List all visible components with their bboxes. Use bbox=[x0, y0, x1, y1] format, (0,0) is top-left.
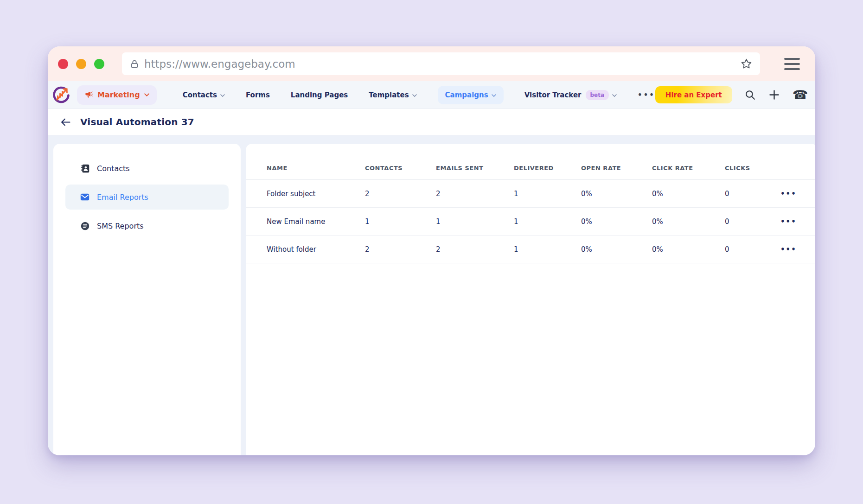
row-actions-menu-icon[interactable]: ••• bbox=[780, 217, 797, 226]
column-header-delivered: DELIVERED bbox=[514, 165, 581, 172]
page-header: Visual Automation 37 bbox=[48, 109, 815, 135]
address-book-icon bbox=[80, 164, 90, 173]
phone-call-icon[interactable]: ☎ bbox=[793, 89, 808, 101]
nav-item-label: Templates bbox=[369, 91, 409, 99]
maximize-window-button[interactable] bbox=[94, 59, 104, 69]
browser-chrome-bar: https://www.engagebay.com bbox=[48, 46, 815, 81]
nav-item-label: Forms bbox=[246, 91, 270, 99]
nav-item-visitor-tracker[interactable]: Visitor Tracker beta bbox=[524, 90, 617, 100]
sidebar-item-label: SMS Reports bbox=[97, 222, 144, 230]
nav-item-forms[interactable]: Forms bbox=[246, 91, 270, 99]
cell-open-rate: 0% bbox=[581, 190, 652, 198]
chevron-down-icon bbox=[492, 94, 496, 97]
address-bar[interactable]: https://www.engagebay.com bbox=[122, 52, 760, 75]
cell-clicks: 0 bbox=[725, 245, 780, 254]
table-row[interactable]: New Email name 1 1 1 0% 0% 0 ••• bbox=[246, 208, 815, 236]
page-title: Visual Automation 37 bbox=[80, 116, 194, 128]
column-header-clicks: CLICKS bbox=[725, 165, 780, 172]
window-controls bbox=[58, 59, 104, 69]
cell-delivered: 1 bbox=[514, 190, 581, 198]
row-actions-menu-icon[interactable]: ••• bbox=[780, 245, 797, 254]
cell-emails-sent: 1 bbox=[436, 217, 514, 226]
sidebar-item-contacts[interactable]: Contacts bbox=[65, 156, 229, 181]
nav-item-label: Visitor Tracker bbox=[524, 91, 582, 99]
email-reports-panel: NAME CONTACTS EMAILS SENT DELIVERED OPEN… bbox=[246, 144, 815, 455]
cell-clicks: 0 bbox=[725, 190, 780, 198]
back-arrow-icon[interactable] bbox=[59, 116, 72, 128]
cell-delivered: 1 bbox=[514, 245, 581, 254]
nav-item-contacts[interactable]: Contacts bbox=[183, 91, 225, 99]
megaphone-icon bbox=[84, 90, 93, 99]
reports-sidebar: Contacts Email Reports bbox=[53, 144, 241, 455]
column-header-open-rate: OPEN RATE bbox=[581, 165, 652, 172]
cell-click-rate: 0% bbox=[652, 190, 725, 198]
sidebar-item-sms-reports[interactable]: SMS Reports bbox=[65, 213, 229, 238]
url-text: https://www.engagebay.com bbox=[144, 58, 735, 70]
table-header-row: NAME CONTACTS EMAILS SENT DELIVERED OPEN… bbox=[246, 157, 815, 180]
lock-icon bbox=[129, 59, 140, 69]
cell-delivered: 1 bbox=[514, 217, 581, 226]
hire-an-expert-button[interactable]: Hire an Expert bbox=[655, 86, 732, 103]
nav-item-label: Landing Pages bbox=[291, 91, 348, 99]
beta-badge: beta bbox=[586, 90, 609, 100]
marketing-label: Marketing bbox=[97, 90, 140, 99]
bookmark-star-icon[interactable] bbox=[740, 57, 753, 70]
cell-emails-sent: 2 bbox=[436, 245, 514, 254]
chevron-down-icon bbox=[220, 94, 225, 97]
cell-emails-sent: 2 bbox=[436, 190, 514, 198]
nav-item-templates[interactable]: Templates bbox=[369, 91, 416, 99]
cell-name: Folder subject bbox=[267, 190, 365, 198]
envelope-icon bbox=[80, 192, 90, 202]
cell-clicks: 0 bbox=[725, 217, 780, 226]
cell-contacts: 1 bbox=[365, 217, 436, 226]
nav-item-label: Contacts bbox=[183, 91, 217, 99]
browser-menu-icon[interactable] bbox=[784, 58, 800, 70]
chevron-down-icon bbox=[412, 94, 417, 97]
cell-name: New Email name bbox=[267, 217, 365, 226]
column-header-emails-sent: EMAILS SENT bbox=[436, 165, 514, 172]
close-window-button[interactable] bbox=[58, 59, 68, 69]
cell-click-rate: 0% bbox=[652, 217, 725, 226]
cell-open-rate: 0% bbox=[581, 217, 652, 226]
sidebar-item-label: Email Reports bbox=[97, 193, 148, 202]
engagebay-logo-icon[interactable] bbox=[52, 86, 70, 104]
sidebar-item-label: Contacts bbox=[97, 164, 130, 173]
cell-click-rate: 0% bbox=[652, 245, 725, 254]
sidebar-item-email-reports[interactable]: Email Reports bbox=[65, 185, 229, 210]
cell-open-rate: 0% bbox=[581, 245, 652, 254]
nav-item-campaigns[interactable]: Campaigns bbox=[438, 86, 504, 104]
nav-item-label: Campaigns bbox=[445, 91, 488, 99]
browser-window: https://www.engagebay.com bbox=[48, 46, 815, 455]
chevron-down-icon bbox=[144, 93, 149, 96]
column-header-click-rate: CLICK RATE bbox=[652, 165, 725, 172]
sms-report-icon bbox=[80, 221, 90, 231]
search-icon[interactable] bbox=[744, 89, 756, 101]
add-new-icon[interactable] bbox=[768, 89, 780, 101]
column-header-contacts: CONTACTS bbox=[365, 165, 436, 172]
marketing-module-menu[interactable]: Marketing bbox=[77, 85, 157, 105]
chevron-down-icon bbox=[612, 94, 617, 97]
table-row[interactable]: Without folder 2 2 1 0% 0% 0 ••• bbox=[246, 236, 815, 263]
column-header-name: NAME bbox=[267, 165, 365, 172]
more-menu-button[interactable]: ••• bbox=[638, 91, 655, 99]
minimize-window-button[interactable] bbox=[76, 59, 86, 69]
cell-name: Without folder bbox=[267, 245, 365, 254]
table-row[interactable]: Folder subject 2 2 1 0% 0% 0 ••• bbox=[246, 180, 815, 208]
nav-item-landing-pages[interactable]: Landing Pages bbox=[291, 91, 348, 99]
cell-contacts: 2 bbox=[365, 190, 436, 198]
cell-contacts: 2 bbox=[365, 245, 436, 254]
row-actions-menu-icon[interactable]: ••• bbox=[780, 190, 797, 198]
content-area: Contacts Email Reports bbox=[48, 135, 815, 455]
app-navigation-bar: Marketing Contacts Forms Landing Pages T… bbox=[48, 81, 815, 109]
